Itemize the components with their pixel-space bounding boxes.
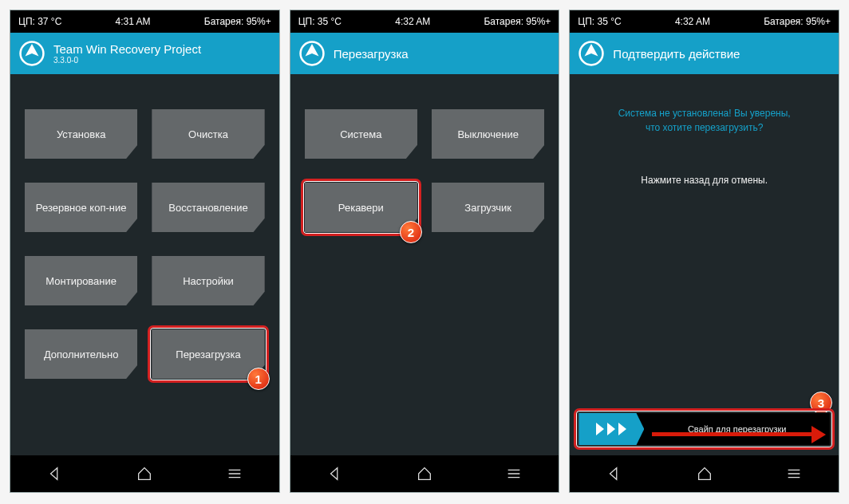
nav-home-icon[interactable] xyxy=(696,465,713,482)
battery: Батарея: 95%+ xyxy=(484,16,551,27)
main-menu-grid: Установка Очистка Резервное коп-ние Восс… xyxy=(10,74,279,379)
cpu-temp: ЦП: 35 °C xyxy=(578,16,621,27)
status-bar: ЦП: 35 °C 4:32 AM Батарея: 95%+ xyxy=(290,10,559,33)
header-title: Подтвердить действие xyxy=(613,47,740,61)
nav-home-icon[interactable] xyxy=(416,465,433,482)
android-navbar xyxy=(570,455,839,492)
twrp-header: Подтвердить действие xyxy=(570,33,839,74)
tile-wipe[interactable]: Очистка xyxy=(152,109,264,159)
slider-thumb[interactable] xyxy=(579,413,644,445)
header-title: Team Win Recovery Project xyxy=(53,42,201,56)
clock: 4:32 AM xyxy=(675,16,710,27)
tile-restore[interactable]: Восстановление xyxy=(152,183,264,232)
tile-backup[interactable]: Резервное коп-ние xyxy=(25,183,137,232)
step-marker-2: 2 xyxy=(400,221,422,243)
chevron-right-icon xyxy=(595,423,605,435)
nav-menu-icon[interactable] xyxy=(226,465,243,482)
warning-line-1: Система не установлена! Вы уверены, xyxy=(570,106,839,120)
nav-menu-icon[interactable] xyxy=(505,465,523,482)
clock: 4:32 AM xyxy=(395,16,430,27)
tile-bootloader[interactable]: Загрузчик xyxy=(432,183,544,232)
battery: Батарея: 95%+ xyxy=(204,16,271,27)
chevron-right-icon xyxy=(618,423,627,435)
android-navbar xyxy=(290,455,559,492)
back-hint: Нажмите назад для отмены. xyxy=(570,175,839,186)
chevron-right-icon xyxy=(606,423,616,435)
tile-settings[interactable]: Настройки xyxy=(152,256,264,305)
phone-screen-confirm: ЦП: 35 °C 4:32 AM Батарея: 95%+ Подтверд… xyxy=(569,10,839,493)
nav-back-icon[interactable] xyxy=(46,465,64,482)
tile-reboot[interactable]: Перезагрузка xyxy=(152,329,264,379)
twrp-logo-icon xyxy=(578,40,605,67)
twrp-header: Перезагрузка xyxy=(290,33,559,74)
twrp-header: Team Win Recovery Project 3.3.0-0 xyxy=(10,33,279,74)
tile-install[interactable]: Установка xyxy=(25,109,137,159)
nav-back-icon[interactable] xyxy=(606,465,623,482)
header-title: Перезагрузка xyxy=(334,47,409,61)
cpu-temp: ЦП: 37 °C xyxy=(18,16,61,27)
tile-system[interactable]: Система xyxy=(305,109,417,159)
warning-text: Система не установлена! Вы уверены, что … xyxy=(570,106,839,135)
twrp-logo-icon xyxy=(18,40,45,67)
swipe-slider[interactable]: Свайп для перезагрузки xyxy=(578,412,831,446)
battery: Батарея: 95%+ xyxy=(764,16,831,27)
tile-poweroff[interactable]: Выключение xyxy=(432,109,544,159)
phone-screen-reboot: ЦП: 35 °C 4:32 AM Батарея: 95%+ Перезагр… xyxy=(290,10,560,493)
reboot-menu-grid: Система Выключение Рекавери 2 Загрузчик xyxy=(290,74,559,232)
step-marker-3: 3 xyxy=(810,392,832,414)
tile-advanced[interactable]: Дополнительно xyxy=(25,329,137,379)
nav-home-icon[interactable] xyxy=(136,465,153,482)
annotation-arrow-icon xyxy=(652,432,815,436)
clock: 4:31 AM xyxy=(116,16,151,27)
step-marker-1: 1 xyxy=(247,368,270,390)
nav-menu-icon[interactable] xyxy=(785,465,803,482)
status-bar: ЦП: 37 °C 4:31 AM Батарея: 95%+ xyxy=(10,10,279,33)
nav-back-icon[interactable] xyxy=(326,465,344,482)
android-navbar xyxy=(10,455,279,492)
warning-line-2: что хотите перезагрузить? xyxy=(570,120,839,135)
twrp-logo-icon xyxy=(298,40,326,67)
tile-recovery[interactable]: Рекавери xyxy=(305,183,417,232)
cpu-temp: ЦП: 35 °C xyxy=(298,16,342,27)
status-bar: ЦП: 35 °C 4:32 AM Батарея: 95%+ xyxy=(570,10,839,33)
phone-screen-main: ЦП: 37 °C 4:31 AM Батарея: 95%+ Team Win… xyxy=(10,10,280,493)
header-subtitle: 3.3.0-0 xyxy=(53,56,201,65)
tile-mount[interactable]: Монтирование xyxy=(25,256,137,305)
